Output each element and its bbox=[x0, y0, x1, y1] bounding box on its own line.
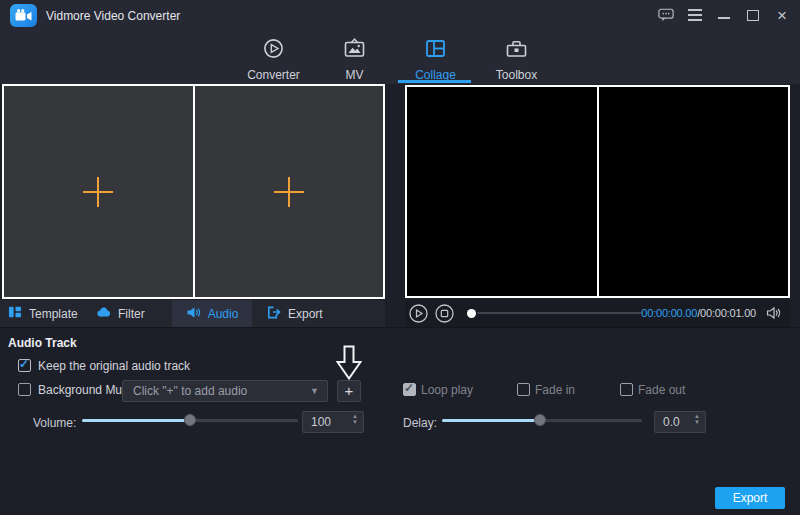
volume-icon[interactable] bbox=[766, 306, 782, 324]
tab-mv-label: MV bbox=[346, 68, 364, 82]
down-arrow-pointer-icon bbox=[336, 345, 362, 385]
time-display: 00:00:00.00/00:00:01.00 bbox=[641, 307, 756, 319]
audio-track-section: Audio Track ✓ Keep the original audio tr… bbox=[0, 327, 800, 515]
tab-filter-label: Filter bbox=[118, 307, 145, 321]
total-time: 00:00:01.00 bbox=[700, 307, 756, 319]
add-video-icon bbox=[274, 177, 304, 207]
tab-toolbox[interactable]: Toolbox bbox=[476, 30, 557, 84]
current-time: 00:00:00.00 bbox=[641, 307, 697, 319]
fade-out-checkbox[interactable]: ✓ bbox=[620, 383, 633, 396]
preview-area bbox=[405, 85, 790, 298]
menu-icon[interactable] bbox=[687, 6, 703, 24]
tab-template[interactable]: Template bbox=[8, 300, 78, 327]
fade-in-label: Fade in bbox=[535, 383, 575, 397]
collage-editor bbox=[2, 84, 385, 299]
keep-original-label: Keep the original audio track bbox=[38, 359, 190, 373]
speaker-icon bbox=[186, 306, 201, 322]
volume-slider[interactable] bbox=[82, 412, 298, 428]
close-icon[interactable]: × bbox=[774, 6, 790, 24]
template-icon bbox=[8, 305, 22, 322]
tab-audio-label: Audio bbox=[208, 307, 239, 321]
delay-slider-thumb[interactable] bbox=[534, 414, 546, 426]
collage-cell-1[interactable] bbox=[4, 86, 193, 297]
fade-in-checkbox[interactable]: ✓ bbox=[517, 383, 530, 396]
tab-collage[interactable]: Collage bbox=[395, 30, 476, 84]
section-title: Audio Track bbox=[8, 336, 77, 350]
titlebar: Vidmore Video Converter × bbox=[0, 0, 800, 30]
app-window: Vidmore Video Converter × bbox=[0, 0, 800, 515]
tab-collage-label: Collage bbox=[415, 68, 456, 82]
add-audio-button[interactable]: + bbox=[337, 380, 361, 402]
tab-audio[interactable]: Audio bbox=[172, 300, 252, 327]
delay-value-box[interactable]: 0.0 ▲ ▼ bbox=[654, 411, 706, 433]
tab-export-label: Export bbox=[288, 307, 323, 321]
background-music-checkbox[interactable]: ✓ bbox=[18, 383, 31, 396]
delay-label: Delay: bbox=[403, 416, 437, 430]
titlebar-controls: × bbox=[658, 0, 790, 30]
maximize-icon[interactable] bbox=[745, 6, 761, 24]
export-tab-icon bbox=[266, 305, 281, 323]
add-video-icon bbox=[83, 177, 113, 207]
volume-value: 100 bbox=[311, 415, 331, 429]
fade-out-label: Fade out bbox=[638, 383, 685, 397]
collage-cell-2[interactable] bbox=[193, 86, 384, 297]
export-button[interactable]: Export bbox=[715, 487, 785, 509]
app-logo-icon bbox=[10, 4, 37, 27]
tab-converter[interactable]: Converter bbox=[233, 30, 314, 84]
feedback-icon[interactable] bbox=[658, 6, 674, 24]
tab-export[interactable]: Export bbox=[266, 300, 323, 327]
minimize-icon[interactable] bbox=[716, 6, 732, 24]
delay-slider[interactable] bbox=[442, 412, 642, 428]
seek-track[interactable] bbox=[477, 312, 642, 314]
add-audio-dropdown[interactable]: Click "+" to add audio ▼ bbox=[122, 380, 328, 402]
header: Vidmore Video Converter × bbox=[0, 0, 800, 84]
volume-slider-thumb[interactable] bbox=[184, 414, 196, 426]
tab-converter-label: Converter bbox=[247, 68, 300, 82]
volume-label: Volume: bbox=[33, 416, 76, 430]
tab-filter[interactable]: Filter bbox=[96, 300, 145, 327]
preview-cell-1 bbox=[407, 87, 597, 296]
window-title: Vidmore Video Converter bbox=[46, 9, 180, 23]
mv-icon bbox=[343, 30, 366, 64]
stop-button[interactable] bbox=[435, 304, 454, 327]
main-nav: Converter MV bbox=[233, 30, 557, 84]
tab-toolbox-label: Toolbox bbox=[496, 68, 537, 82]
tool-tabs: Template Filter Audio bbox=[0, 300, 385, 327]
player-controls: 00:00:00.00/00:00:01.00 bbox=[405, 300, 790, 327]
seek-handle[interactable] bbox=[467, 309, 476, 318]
collage-icon bbox=[424, 30, 447, 64]
tab-mv[interactable]: MV bbox=[314, 30, 395, 84]
keep-original-checkbox[interactable]: ✓ bbox=[18, 359, 31, 372]
delay-spin-down-icon[interactable]: ▼ bbox=[694, 419, 700, 425]
preview-cell-2 bbox=[597, 87, 789, 296]
chevron-down-icon: ▼ bbox=[310, 381, 319, 401]
toolbox-icon bbox=[505, 30, 528, 64]
tab-template-label: Template bbox=[29, 307, 78, 321]
volume-value-box[interactable]: 100 ▲ ▼ bbox=[302, 411, 364, 433]
converter-icon bbox=[262, 30, 285, 64]
delay-value: 0.0 bbox=[663, 415, 680, 429]
play-button[interactable] bbox=[409, 304, 428, 327]
volume-spin-down-icon[interactable]: ▼ bbox=[352, 419, 358, 425]
loop-play-label: Loop play bbox=[421, 383, 473, 397]
loop-play-checkbox[interactable]: ✓ bbox=[403, 383, 416, 396]
add-audio-dropdown-value: Click "+" to add audio bbox=[133, 384, 247, 398]
filter-cloud-icon bbox=[96, 306, 111, 322]
